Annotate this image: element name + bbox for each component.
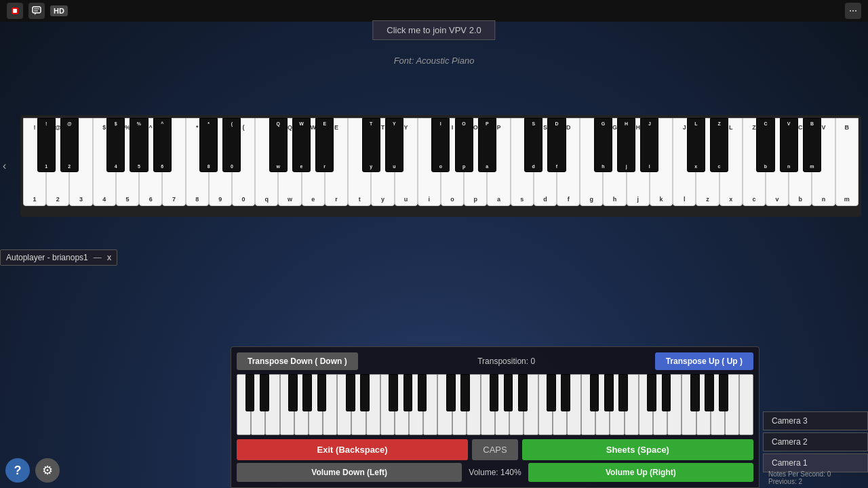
white-key-35[interactable]: Bm [835,118,859,206]
mini-black-key-2[interactable] [288,374,298,411]
autoplayer-close[interactable]: x [107,253,112,262]
black-key-19[interactable]: Jl [640,118,658,172]
black-key-2[interactable]: $4 [106,118,125,172]
mini-black-key-9[interactable] [418,374,427,411]
mini-black-key-21[interactable] [662,374,671,411]
mini-black-key-8[interactable] [403,374,413,411]
chat-icon[interactable] [28,3,45,19]
bottom-left-icons: ? ⚙ [5,458,60,483]
black-key-8[interactable]: We [292,118,311,172]
mini-black-key-19[interactable] [618,374,628,411]
camera-item-1[interactable]: Camera 3 [763,411,868,430]
autoplayer-panel: Autoplayer - brianops1 — x [0,249,117,266]
volume-display: Volume: 140% [462,468,528,477]
mini-black-key-20[interactable] [647,374,656,411]
mini-keys-wrapper [237,374,753,435]
black-key-16[interactable]: Df [547,118,566,172]
black-key-18[interactable]: Hj [617,118,635,172]
transpose-up-button[interactable]: Transpose Up ( Up ) [655,352,753,370]
volume-row: Volume Down (Left) Volume: 140% Volume U… [237,463,753,482]
mini-black-key-16[interactable] [561,374,570,411]
mini-piano [237,374,753,435]
mini-black-key-15[interactable] [547,374,556,411]
black-key-23[interactable]: Vn [780,118,798,172]
transposition-label: Transposition: 0 [477,357,535,366]
black-key-17[interactable]: Gh [594,118,612,172]
black-key-13[interactable]: Op [455,118,473,172]
black-key-1[interactable]: @2 [60,118,79,172]
mini-black-key-4[interactable] [317,374,327,411]
mini-black-key-24[interactable] [719,374,728,411]
camera-item-3[interactable]: Camera 1 [763,453,868,472]
exit-button[interactable]: Exit (Backspace) [237,439,468,460]
volume-down-button[interactable]: Volume Down (Left) [237,463,462,482]
black-key-24[interactable]: Bm [803,118,821,172]
bottom-panel: Transpose Down ( Down ) Transposition: 0… [231,346,760,488]
black-key-21[interactable]: Zc [710,118,728,172]
volume-up-button[interactable]: Volume Up (Right) [528,463,753,482]
join-button[interactable]: Click me to join VPV 2.0 [372,20,495,40]
svg-rect-1 [13,9,17,13]
mini-black-key-7[interactable] [389,374,398,411]
black-key-3[interactable]: %5 [130,118,148,172]
action-row: Exit (Backspace) CAPS Sheets (Space) [237,439,753,460]
hd-badge: HD [50,5,68,16]
join-button-container: Click me to join VPV 2.0 [372,20,495,40]
black-key-0[interactable]: !1 [37,118,56,172]
side-arrow[interactable]: ‹ [3,160,6,172]
mini-black-key-12[interactable] [490,374,499,411]
mini-black-key-6[interactable] [360,374,370,411]
top-bar: HD ⋯ [0,0,868,22]
settings-icon[interactable]: ⚙ [35,458,60,483]
black-key-14[interactable]: Pa [478,118,496,172]
black-key-9[interactable]: Er [315,118,334,172]
transpose-down-button[interactable]: Transpose Down ( Down ) [237,352,358,370]
black-key-10[interactable]: Ty [362,118,380,172]
mini-black-key-3[interactable] [302,374,312,411]
mini-black-key-5[interactable] [346,374,355,411]
caps-button[interactable]: CAPS [472,439,517,460]
mini-black-key-18[interactable] [604,374,614,411]
main-keys-wrapper: !1@23$4%5^67*89(0qQwWeErtTyYuiIoOpPasSdD… [23,118,859,206]
more-icon[interactable]: ⋯ [845,3,861,19]
sheets-button[interactable]: Sheets (Space) [522,439,753,460]
notes-previous: Previous: 2 [768,478,863,485]
camera-item-2[interactable]: Camera 2 [763,432,868,451]
autoplayer-label: Autoplayer - brianops1 [6,253,88,262]
mini-black-key-14[interactable] [518,374,528,411]
black-key-20[interactable]: Lx [687,118,705,172]
black-key-11[interactable]: Yu [385,118,403,172]
transpose-row: Transpose Down ( Down ) Transposition: 0… [237,352,753,370]
help-icon[interactable]: ? [5,458,30,483]
main-piano: !1@23$4%5^67*89(0qQwWeErtTyYuiIoOpPasSdD… [20,115,861,217]
mini-black-key-1[interactable] [260,374,269,411]
mini-black-key-17[interactable] [590,374,599,411]
mini-black-key-22[interactable] [690,374,700,411]
mini-black-key-0[interactable] [245,374,255,411]
mini-black-key-23[interactable] [705,374,714,411]
black-key-4[interactable]: ^6 [153,118,172,172]
mini-black-key-10[interactable] [446,374,456,411]
roblox-icon[interactable] [7,3,23,19]
svg-rect-2 [33,7,41,13]
mini-black-key-13[interactable] [504,374,513,411]
autoplayer-minimize[interactable]: — [94,253,102,262]
black-key-15[interactable]: Sd [524,118,542,172]
black-key-22[interactable]: Cb [756,118,774,172]
black-key-6[interactable]: (0 [222,118,241,172]
notes-per-second: Notes Per Second: 0 [768,470,863,478]
main-piano-container: !1@23$4%5^67*89(0qQwWeErtTyYuiIoOpPasSdD… [20,115,861,217]
black-key-12[interactable]: Io [431,118,450,172]
camera-panel: Camera 3Camera 2Camera 1 [763,411,868,474]
mini-black-key-11[interactable] [460,374,470,411]
mini-white-key-35[interactable] [739,374,753,435]
black-key-5[interactable]: *8 [199,118,218,172]
font-label: Font: Acoustic Piano [394,56,475,66]
notes-info: Notes Per Second: 0 Previous: 2 [763,470,868,485]
black-key-7[interactable]: Qw [269,118,288,172]
